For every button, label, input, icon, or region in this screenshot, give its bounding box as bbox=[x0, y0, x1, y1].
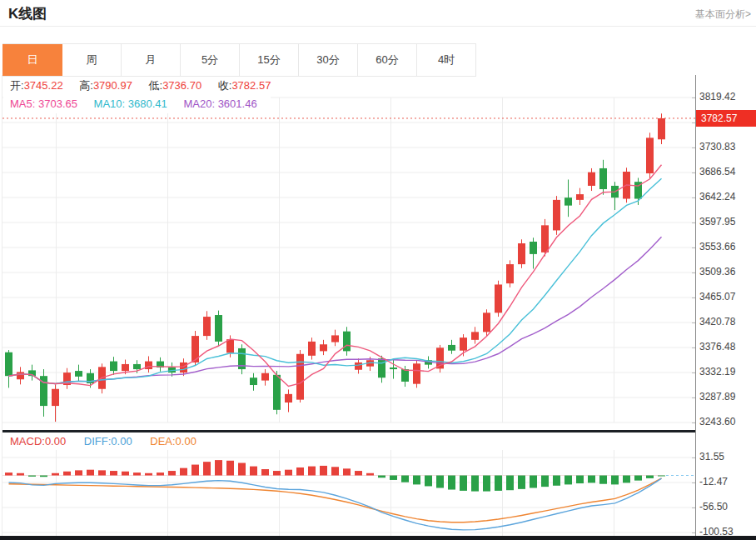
current-price-badge: 3782.57 bbox=[696, 110, 756, 127]
price-tick-label: 3642.24 bbox=[699, 191, 751, 203]
ma-info-row: MA5: 3703.65 MA10: 3680.41 MA20: 3601.46 bbox=[3, 95, 271, 113]
title-divider bbox=[0, 26, 756, 27]
price-tick-label: 3420.78 bbox=[699, 316, 751, 328]
fundamental-analysis-link[interactable]: 基本面分析> bbox=[695, 8, 751, 22]
macd-value: MACD:0.00 bbox=[10, 435, 66, 448]
tab-15min[interactable]: 15分 bbox=[240, 44, 299, 76]
price-tick-label: 3819.42 bbox=[699, 91, 751, 103]
candlestick-chart bbox=[2, 75, 695, 432]
macd-grid-layer bbox=[2, 450, 695, 536]
tab-day[interactable]: 日 bbox=[2, 44, 62, 76]
ma20-value: MA20: 3601.46 bbox=[183, 98, 256, 110]
high-value: 高:3790.97 bbox=[79, 79, 132, 92]
diff-value: DIFF:0.00 bbox=[84, 435, 132, 448]
macd-tick-label: -12.47 bbox=[699, 476, 751, 488]
tab-4hour[interactable]: 4时 bbox=[417, 44, 476, 76]
price-tick-label: 3730.83 bbox=[699, 141, 751, 153]
price-tick-label: 3465.07 bbox=[699, 291, 751, 303]
price-tick-label: 3553.66 bbox=[699, 241, 751, 253]
interval-tabbar: 日 周 月 5分 15分 30分 60分 4时 bbox=[2, 43, 476, 77]
price-tick-label: 3287.89 bbox=[699, 391, 751, 403]
tab-5min[interactable]: 5分 bbox=[181, 44, 240, 76]
macd-chart bbox=[2, 450, 695, 536]
price-tick-label: 3332.19 bbox=[699, 366, 751, 378]
price-tick-label: 3376.48 bbox=[699, 341, 751, 353]
macd-tick-label: 31.55 bbox=[699, 451, 751, 463]
ohlc-info-row: 开:3745.22 高:3790.97 低:3736.70 收:3782.57 bbox=[3, 77, 284, 95]
tab-60min[interactable]: 60分 bbox=[358, 44, 417, 76]
grid-layer bbox=[2, 98, 695, 422]
tab-week[interactable]: 周 bbox=[62, 44, 122, 76]
bottom-frame-bar bbox=[0, 536, 756, 540]
macd-lines-layer bbox=[9, 476, 696, 530]
ma5-line bbox=[9, 165, 662, 387]
price-tick-label: 3597.95 bbox=[699, 216, 751, 228]
chart-panel-divider bbox=[2, 430, 695, 432]
price-axis-line bbox=[695, 75, 696, 537]
dea-value: DEA:0.00 bbox=[150, 435, 196, 448]
price-tick-label: 3243.60 bbox=[699, 416, 751, 428]
ma20-line bbox=[9, 237, 662, 383]
macd-info-row: MACD:0.00 DIFF:0.00 DEA:0.00 bbox=[3, 433, 196, 449]
page-title: K线图 bbox=[8, 4, 47, 23]
kline-page: K线图 基本面分析> 日 周 月 5分 15分 30分 60分 4时 开:374… bbox=[0, 0, 756, 540]
price-tick-label: 3509.36 bbox=[699, 266, 751, 278]
ma10-value: MA10: 3680.41 bbox=[94, 98, 167, 110]
tab-month[interactable]: 月 bbox=[122, 44, 181, 76]
tab-30min[interactable]: 30分 bbox=[299, 44, 358, 76]
macd-tick-label: -56.50 bbox=[699, 501, 751, 513]
ma5-value: MA5: 3703.65 bbox=[10, 98, 77, 110]
dea-line bbox=[9, 478, 662, 522]
ma-lines-layer bbox=[9, 165, 662, 387]
close-value: 收:3782.57 bbox=[218, 79, 271, 92]
ma10-line bbox=[9, 178, 662, 383]
low-value: 低:3736.70 bbox=[149, 79, 202, 92]
open-value: 开:3745.22 bbox=[10, 79, 63, 92]
price-tick-label: 3686.54 bbox=[699, 166, 751, 178]
